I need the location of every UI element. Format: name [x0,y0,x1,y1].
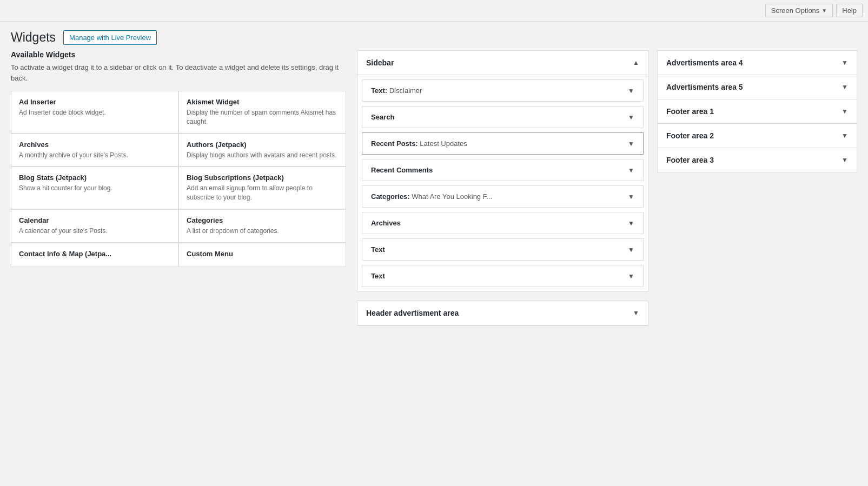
widget-name: Blog Subscriptions (Jetpack) [187,174,338,182]
widget-desc: Show a hit counter for your blog. [19,184,170,193]
sidebar-widget-row[interactable]: Text: Disclaimer ▼ [362,79,644,102]
chevron-down-icon: ▼ [628,140,634,148]
chevron-down-icon: ▼ [628,219,634,227]
header-advertisment-section: Header advertisment area ▼ [357,301,648,326]
list-item[interactable]: Authors (Jetpack) Display blogs authors … [178,134,346,167]
list-item[interactable]: Blog Stats (Jetpack) Show a hit counter … [11,167,178,209]
widget-desc: Display blogs authors with avatars and r… [187,151,338,160]
sidebar-widget-label: Recent Posts: Latest Updates [371,139,467,148]
sidebar-widget-label: Categories: What Are You Looking F... [371,192,492,201]
widget-label-subtitle: What Are You Looking F... [412,192,492,201]
available-widgets-description: To activate a widget drag it to a sideba… [11,62,346,83]
advertisments-area-5-title: Advertisments area 5 [666,83,743,91]
widget-label-bold: Text: [371,86,387,95]
widget-name: Archives [19,141,170,149]
sidebar-widget-row[interactable]: Text ▼ [362,238,644,261]
sidebar-widget-row[interactable]: Archives ▼ [362,212,644,234]
advertisments-area-4-title: Advertisments area 4 [666,58,743,67]
widget-label-bold: Search [371,113,394,121]
list-item[interactable]: Archives A monthly archive of your site'… [11,134,178,167]
sidebar-widget-label: Text: Disclaimer [371,86,422,95]
advertisments-area-4-header[interactable]: Advertisments area 4 ▼ [658,51,857,75]
widget-desc: A monthly archive of your site's Posts. [19,151,170,160]
chevron-down-icon: ▼ [842,59,848,66]
sidebar-widget-row[interactable]: Text ▼ [362,265,644,287]
widget-name: Ad Inserter [19,98,170,106]
widget-label-bold: Recent Comments [371,166,433,174]
header-advertisment-header[interactable]: Header advertisment area ▼ [357,301,648,325]
main-content: Available Widgets To activate a widget d… [0,50,868,345]
help-label: Help [842,6,857,15]
widget-desc: A list or dropdown of categories. [187,227,338,236]
sidebar-widget-row[interactable]: Search ▼ [362,106,644,128]
live-preview-button[interactable]: Manage with Live Preview [63,30,157,45]
chevron-down-icon: ▼ [842,132,848,139]
widget-label-subtitle: Latest Updates [420,139,467,148]
page-title: Widgets [11,30,56,45]
widget-name: Blog Stats (Jetpack) [19,174,170,182]
chevron-down-icon: ▼ [633,309,639,317]
chevron-down-icon: ▼ [628,246,634,254]
list-item[interactable]: Categories A list or dropdown of categor… [178,209,346,243]
widgets-grid: Ad Inserter Ad Inserter code block widge… [11,91,346,267]
chevron-down-icon: ▼ [842,83,848,91]
right-panels: Advertisments area 4 ▼ Advertisments are… [657,50,857,335]
sidebar-body: Text: Disclaimer ▼ Search ▼ [357,79,648,287]
widget-label-bold: Categories: [371,192,410,201]
footer-area-1-header[interactable]: Footer area 1 ▼ [658,99,857,123]
widget-desc: Ad Inserter code block widget. [19,108,170,117]
list-item[interactable]: Contact Info & Map (Jetpa... [11,243,178,267]
sidebar-widget-label: Search [371,113,394,121]
widget-desc: A calendar of your site's Posts. [19,227,170,236]
chevron-down-icon: ▼ [628,114,634,121]
list-item[interactable]: Blog Subscriptions (Jetpack) Add an emai… [178,167,346,209]
advertisments-area-5-header[interactable]: Advertisments area 5 ▼ [658,75,857,99]
widget-name: Akismet Widget [187,98,338,106]
sidebar-widget-label: Archives [371,219,401,227]
sidebar-widget-label: Text [371,272,385,280]
list-item[interactable]: Custom Menu [178,243,346,267]
chevron-down-icon: ▼ [628,272,634,280]
help-button[interactable]: Help [836,4,863,17]
widget-name: Custom Menu [187,250,338,258]
right-panel-item: Advertisments area 4 ▼ [657,50,857,75]
right-panel-item: Footer area 2 ▼ [657,123,857,148]
footer-area-3-header[interactable]: Footer area 3 ▼ [658,148,857,172]
available-widgets-heading: Available Widgets [11,50,346,59]
sidebar-collapse-icon: ▲ [633,59,639,66]
page-header: Widgets Manage with Live Preview [0,22,868,50]
chevron-down-icon: ▼ [842,156,848,164]
screen-options-label: Screen Options [771,6,820,15]
screen-options-button[interactable]: Screen Options ▼ [765,4,833,17]
list-item[interactable]: Akismet Widget Display the number of spa… [178,91,346,134]
sidebar-widget-row[interactable]: Categories: What Are You Looking F... ▼ [362,185,644,208]
chevron-down-icon: ▼ [628,193,634,201]
right-panel-item: Footer area 3 ▼ [657,148,857,172]
right-panel-item: Advertisments area 5 ▼ [657,75,857,99]
widget-label-bold: Recent Posts: [371,139,418,148]
sidebar-header[interactable]: Sidebar ▲ [357,51,648,75]
sidebar-section: Sidebar ▲ Text: Disclaimer ▼ [357,50,648,292]
widget-desc: Display the number of spam comments Akis… [187,108,338,127]
screen-options-chevron-icon: ▼ [821,8,827,14]
header-advertisment-title: Header advertisment area [366,309,459,317]
widget-label-bold: Text [371,245,385,254]
sidebar-panel: Sidebar ▲ Text: Disclaimer ▼ [357,50,648,335]
footer-area-3-title: Footer area 3 [666,156,714,164]
widget-label-bold: Text [371,272,385,280]
widget-label-subtitle: Disclaimer [389,86,422,95]
widget-name: Contact Info & Map (Jetpa... [19,250,170,258]
widget-name: Authors (Jetpack) [187,141,338,149]
sidebar-widget-row[interactable]: Recent Posts: Latest Updates ▼ [362,132,644,155]
widget-desc: Add an email signup form to allow people… [187,184,338,202]
widget-label-bold: Archives [371,219,401,227]
footer-area-2-header[interactable]: Footer area 2 ▼ [658,124,857,148]
list-item[interactable]: Calendar A calendar of your site's Posts… [11,209,178,243]
footer-area-2-title: Footer area 2 [666,131,714,140]
widget-name: Calendar [19,216,170,224]
sidebar-title: Sidebar [366,58,394,67]
sidebar-widget-row[interactable]: Recent Comments ▼ [362,159,644,181]
footer-area-1-title: Footer area 1 [666,107,714,116]
sidebar-widget-label: Text [371,245,385,254]
list-item[interactable]: Ad Inserter Ad Inserter code block widge… [11,91,178,134]
